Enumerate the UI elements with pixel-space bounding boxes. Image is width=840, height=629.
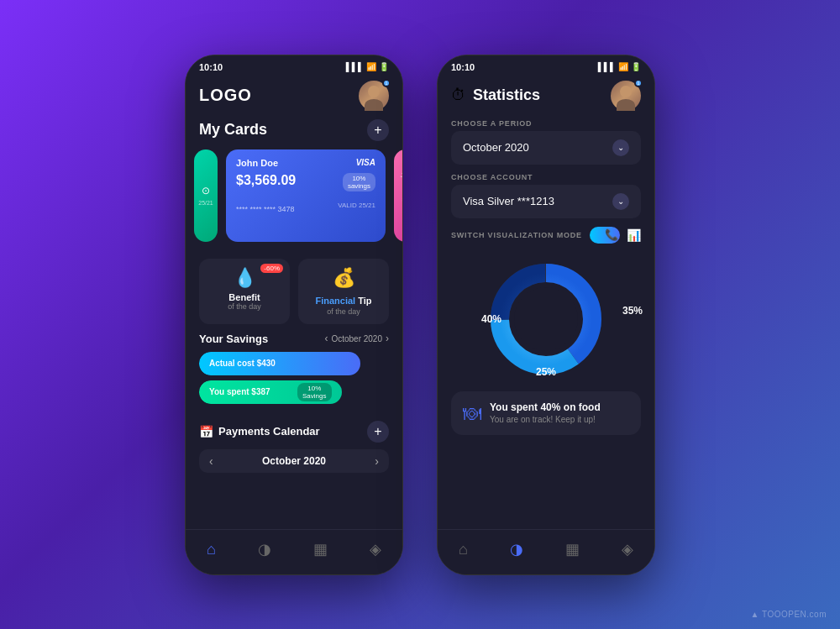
badge-negative: -60% <box>260 264 283 273</box>
savings-title: Your Savings <box>199 333 268 345</box>
add-payment-button[interactable]: + <box>367 421 389 443</box>
nav-chart-2[interactable]: ◑ <box>510 540 523 558</box>
month-nav: ‹ October 2020 › <box>324 333 389 344</box>
signal-bars-icon: ▌▌▌ <box>346 62 364 71</box>
stats-icon: ⏱ <box>451 86 466 104</box>
bar-chart-icon[interactable]: 📊 <box>627 228 641 242</box>
period-dropdown[interactable]: October 2020 ⌄ <box>451 131 641 165</box>
add-card-button[interactable]: + <box>367 119 389 141</box>
savings-badge: 10% Savings <box>297 383 331 401</box>
benefit-card-1[interactable]: -60% 💧 Benefit of the day <box>199 259 290 324</box>
account-dropdown[interactable]: Visa Silver ***1213 ⌄ <box>451 185 641 218</box>
bar1-label: Actual cost $430 <box>209 359 276 368</box>
nav-settings-1[interactable]: ◈ <box>370 540 381 558</box>
bar2-wrap: You spent $387 10% Savings <box>199 380 389 404</box>
nav-home-1[interactable]: ⌂ <box>207 541 216 558</box>
info-title: You spent 40% on food <box>490 401 601 413</box>
nav-calendar-2[interactable]: ▦ <box>565 540 580 558</box>
home-icon: ⌂ <box>207 541 216 558</box>
chart-label-40: 40% <box>481 313 501 325</box>
calendar-nav-icon: ▦ <box>313 540 328 558</box>
notification-dot-2: 1 <box>634 79 643 87</box>
chart-label-25: 25% <box>536 366 556 378</box>
financial-highlight: Financial <box>315 296 355 306</box>
battery-icon: 🔋 <box>379 62 389 71</box>
switch-controls: 📊 <box>590 227 641 244</box>
time-1: 10:10 <box>199 62 223 72</box>
wifi-icon-2: 📶 <box>618 62 628 71</box>
toggle-icon: ⊙ <box>202 185 210 197</box>
settings-nav-icon: ◈ <box>370 540 381 558</box>
cards-row: ⊙ 25/21 John Doe VISA $3,569.09 10% savi… <box>186 149 402 250</box>
cal-next-arrow[interactable]: › <box>375 454 379 468</box>
prev-arrow[interactable]: ‹ <box>324 333 328 344</box>
battery-icon-2: 🔋 <box>631 62 641 71</box>
card-pink-partial[interactable]: Joh $3 ··· <box>394 149 402 242</box>
benefit-icon-2: 💰 <box>307 267 381 289</box>
status-icons-1: ▌▌▌ 📶 🔋 <box>346 62 389 71</box>
chart-nav-icon: ◑ <box>258 540 271 558</box>
savings-section: Your Savings ‹ October 2020 › Actual cos… <box>186 324 402 414</box>
info-card: 🍽 You spent 40% on food You are on track… <box>451 391 641 435</box>
account-label: CHOOSE ACCOUNT <box>438 173 654 181</box>
wifi-icon: 📶 <box>366 62 376 71</box>
nav-home-2[interactable]: ⌂ <box>459 541 468 558</box>
svg-point-4 <box>514 287 578 351</box>
spent-bar: You spent $387 10% Savings <box>199 380 389 404</box>
card-green-partial[interactable]: ⊙ 25/21 <box>194 149 218 242</box>
bottom-nav-1: ⌂ ◑ ▦ ◈ <box>186 529 402 574</box>
savings-header: Your Savings ‹ October 2020 › <box>199 333 389 345</box>
period-label: CHOOSE A PERIOD <box>438 119 654 128</box>
benefit-label-1: Benefit <box>207 292 281 302</box>
stats-header: ⏱ Statistics 1 <box>438 76 654 119</box>
benefit-sub-2: of the day <box>307 307 381 316</box>
card-amount-row: $3,569.09 10% savings <box>236 173 375 191</box>
phone-2: 10:10 ▌▌▌ 📶 🔋 ⏱ Statistics 1 CHO <box>437 55 655 575</box>
phone-2-screen: 10:10 ▌▌▌ 📶 🔋 ⏱ Statistics 1 CHO <box>438 55 654 574</box>
card-amount: $3,569.09 <box>236 173 296 188</box>
stats-title: Statistics <box>473 86 540 104</box>
savings-pct-badge: 10% <box>302 385 326 392</box>
card-footer: **** **** **** 3478 VALID 25/21 <box>236 198 375 213</box>
notification-dot-1: 1 <box>382 79 391 87</box>
next-arrow[interactable]: › <box>386 333 389 344</box>
signal-icon-2: ▌▌▌ <box>598 62 616 71</box>
savings-badge-sub: Savings <box>302 392 326 400</box>
viz-toggle[interactable] <box>590 227 620 244</box>
benefit-card-2[interactable]: 💰 Financial Tip of the day <box>298 259 389 324</box>
partial-label: 25/21 <box>198 200 213 206</box>
tip-text: Tip <box>358 296 371 306</box>
avatar-wrap-2[interactable]: 1 <box>611 81 641 111</box>
info-text: You spent 40% on food You are on track! … <box>490 401 601 424</box>
main-card[interactable]: John Doe VISA $3,569.09 10% savings ****… <box>226 149 386 242</box>
card-holder-name: John Doe <box>236 158 278 168</box>
donut-chart-svg <box>487 260 605 378</box>
payments-title: Payments Calendar <box>218 425 320 438</box>
bar2-fill: You spent $387 10% Savings <box>199 380 342 404</box>
status-bar-1: 10:10 ▌▌▌ 📶 🔋 <box>186 55 402 76</box>
card-valid: VALID 25/21 <box>338 202 375 209</box>
cal-icon-2: ▦ <box>565 540 580 558</box>
avatar-wrap-1[interactable]: 1 <box>359 81 389 111</box>
nav-calendar-1[interactable]: ▦ <box>313 540 328 558</box>
settings-icon-2: ◈ <box>622 540 633 558</box>
chart-icon-2: ◑ <box>510 540 523 558</box>
cal-month: October 2020 <box>262 455 326 467</box>
card-name-row: John Doe VISA <box>236 158 375 168</box>
savings-tag: 10% savings <box>343 173 375 191</box>
period-chevron-icon: ⌄ <box>612 139 629 156</box>
watermark: ▲ TOOOPEN.com <box>751 610 827 619</box>
logo: LOGO <box>199 86 252 105</box>
switch-row: SWITCH VISUALIZATION MODE 📊 <box>438 227 654 252</box>
nav-chart-1[interactable]: ◑ <box>258 540 271 558</box>
cal-prev-arrow[interactable]: ‹ <box>209 454 213 468</box>
account-value: Visa Silver ***1213 <box>463 195 554 207</box>
benefits-row: -60% 💧 Benefit of the day 💰 Financial Ti… <box>186 250 402 324</box>
my-cards-title: My Cards <box>199 121 267 139</box>
calendar-nav: ‹ October 2020 › <box>199 449 389 473</box>
info-sub: You are on track! Keep it up! <box>490 415 601 424</box>
savings-pct: 10% <box>348 175 370 182</box>
food-icon: 🍽 <box>463 403 481 425</box>
header-1: LOGO 1 <box>186 76 402 119</box>
nav-settings-2[interactable]: ◈ <box>622 540 633 558</box>
